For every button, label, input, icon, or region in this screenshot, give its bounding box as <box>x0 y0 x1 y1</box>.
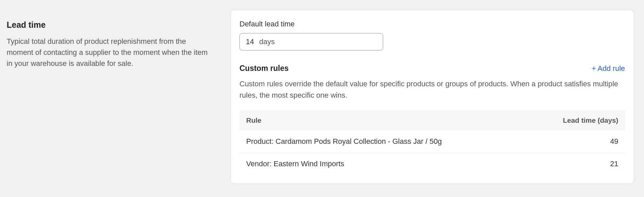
table-cell-rule: Vendor: Eastern Wind Imports <box>239 153 529 175</box>
default-lead-time-input[interactable] <box>246 37 259 46</box>
section-description: Typical total duration of product replen… <box>7 36 210 69</box>
default-lead-time-suffix: days <box>259 37 275 46</box>
table-body: Product: Cardamom Pods Royal Collection … <box>239 130 625 175</box>
table-row[interactable]: Vendor: Eastern Wind Imports 21 <box>239 153 625 175</box>
table-header-row: Rule Lead time (days) <box>239 110 625 130</box>
table-cell-rule: Product: Cardamom Pods Royal Collection … <box>239 130 529 153</box>
table-header-lead-time: Lead time (days) <box>529 110 625 130</box>
left-info-panel: Lead time Typical total duration of prod… <box>0 0 230 197</box>
lead-time-card: Default lead time days Custom rules + Ad… <box>230 10 634 184</box>
table-header-rule: Rule <box>239 110 529 130</box>
table-cell-lead-time: 49 <box>529 130 625 153</box>
custom-rules-description: Custom rules override the default value … <box>239 78 625 101</box>
section-title: Lead time <box>7 20 210 30</box>
custom-rules-table: Rule Lead time (days) Product: Cardamom … <box>239 110 625 175</box>
custom-rules-title: Custom rules <box>239 64 289 73</box>
right-settings-panel: Default lead time days Custom rules + Ad… <box>230 0 644 197</box>
table-cell-lead-time: 21 <box>529 153 625 175</box>
table-row[interactable]: Product: Cardamom Pods Royal Collection … <box>239 130 625 153</box>
add-rule-button[interactable]: + Add rule <box>592 64 625 73</box>
settings-lead-time-section: Lead time Typical total duration of prod… <box>0 0 644 197</box>
default-lead-time-label: Default lead time <box>239 20 625 28</box>
custom-rules-header: Custom rules + Add rule <box>239 64 625 73</box>
default-lead-time-input-wrapper[interactable]: days <box>239 33 383 51</box>
